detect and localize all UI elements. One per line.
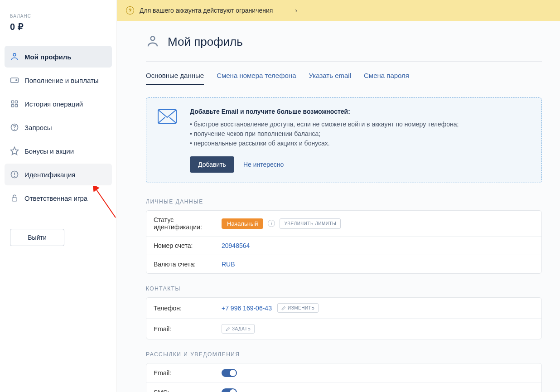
profile-icon [10, 52, 19, 61]
logout-button[interactable]: Выйти [10, 229, 64, 246]
notif-sms-label: SMS: [154, 389, 222, 392]
email-promo-list: • быстрое восстановление доступа, если н… [190, 120, 531, 148]
sidebar-item-label: Мой профиль [24, 53, 72, 61]
svg-point-14 [151, 36, 155, 40]
currency-label: Валюта счета: [154, 261, 222, 268]
tab-change-password[interactable]: Смена пароля [364, 72, 409, 85]
alert-circle-icon [10, 170, 19, 179]
pencil-icon [281, 306, 286, 310]
set-email-button[interactable]: ЗАДАТЬ [222, 324, 255, 334]
svg-marker-9 [11, 147, 19, 155]
mail-icon [157, 109, 177, 173]
tab-basic-data[interactable]: Основные данные [146, 72, 204, 85]
svg-point-0 [13, 53, 16, 56]
sidebar-item-bonuses[interactable]: Бонусы и акции [5, 140, 112, 162]
section-heading-personal: ЛИЧНЫЕ ДАННЫЕ [146, 198, 542, 205]
sidebar-item-label: Ответственная игра [24, 194, 87, 202]
sidebar-item-label: Пополнение и выплаты [24, 77, 99, 84]
pencil-icon [226, 327, 230, 331]
contacts-card: Телефон: +7 996 169-06-43 ИЗМЕНИТЬ Email… [146, 297, 542, 339]
dismiss-email-button[interactable]: Не интересно [243, 161, 284, 168]
email-promo-title: Добавьте Email и получите больше возможн… [190, 108, 531, 115]
tab-change-phone[interactable]: Смена номера телефона [217, 72, 296, 85]
profile-icon [146, 34, 159, 49]
email-promo-box: Добавьте Email и получите больше возможн… [146, 97, 542, 183]
page-title: Мой профиль [168, 35, 243, 49]
wallet-icon [10, 76, 19, 85]
sidebar-item-history[interactable]: История операций [5, 93, 112, 115]
status-badge: Начальный [222, 218, 263, 229]
increase-limits-button[interactable]: УВЕЛИЧИТЬ ЛИМИТЫ [280, 218, 341, 229]
phone-label: Телефон: [154, 305, 222, 312]
account-value: 20948564 [222, 242, 250, 249]
page-header: Мой профиль [146, 34, 542, 62]
sidebar: БАЛАНС 0 ₽ Мой профиль Пополнение и выпл… [0, 0, 117, 392]
svg-rect-5 [11, 105, 14, 107]
svg-point-8 [14, 129, 15, 130]
section-heading-contacts: КОНТАКТЫ [146, 286, 542, 292]
status-label: Статус идентификации: [154, 216, 222, 231]
chevron-right-icon: › [295, 7, 297, 14]
restriction-banner[interactable]: ? Для вашего аккаунта действуют ограниче… [117, 0, 560, 21]
question-icon [10, 123, 19, 132]
email-toggle[interactable] [222, 369, 237, 377]
balance-label: БАЛАНС [10, 14, 112, 19]
sms-toggle[interactable] [222, 388, 237, 392]
email-label: Email: [154, 325, 222, 333]
sidebar-item-label: История операций [24, 100, 83, 108]
info-icon[interactable]: i [268, 220, 275, 227]
svg-point-12 [14, 176, 15, 177]
phone-value: +7 996 169-06-43 [222, 305, 272, 312]
add-email-button[interactable]: Добавить [190, 156, 234, 173]
sidebar-item-identification[interactable]: Идентификация [5, 164, 112, 185]
account-label: Номер счета: [154, 242, 222, 249]
svg-point-2 [16, 80, 17, 81]
banner-text: Для вашего аккаунта действуют ограничени… [140, 7, 273, 14]
currency-value: RUB [222, 261, 235, 268]
main-content: ? Для вашего аккаунта действуют ограниче… [117, 0, 560, 392]
section-heading-notifications: РАССЫЛКИ И УВЕДОМЛЕНИЯ [146, 351, 542, 358]
sidebar-item-profile[interactable]: Мой профиль [5, 46, 112, 68]
svg-rect-3 [11, 101, 14, 103]
help-icon: ? [126, 6, 134, 15]
sidebar-item-payments[interactable]: Пополнение и выплаты [5, 69, 112, 91]
tabs: Основные данные Смена номера телефона Ук… [146, 72, 542, 85]
lock-icon [10, 194, 19, 203]
sidebar-item-responsible[interactable]: Ответственная игра [5, 187, 112, 209]
personal-data-card: Статус идентификации: Начальный i УВЕЛИЧ… [146, 210, 542, 274]
change-phone-button[interactable]: ИЗМЕНИТЬ [277, 303, 319, 313]
svg-rect-4 [15, 101, 18, 103]
notifications-card: Email: SMS: Push-уведомления: [146, 363, 542, 392]
balance-value: 0 ₽ [10, 21, 112, 32]
sidebar-item-requests[interactable]: Запросы [5, 116, 112, 138]
sidebar-item-label: Запросы [24, 124, 52, 131]
notif-email-label: Email: [154, 369, 222, 377]
grid-icon [10, 99, 19, 108]
sidebar-item-label: Бонусы и акции [24, 147, 74, 155]
sidebar-item-label: Идентификация [24, 171, 75, 179]
svg-rect-6 [15, 105, 18, 107]
svg-rect-13 [12, 198, 17, 201]
star-icon [10, 146, 19, 155]
tab-set-email[interactable]: Указать email [309, 72, 352, 85]
